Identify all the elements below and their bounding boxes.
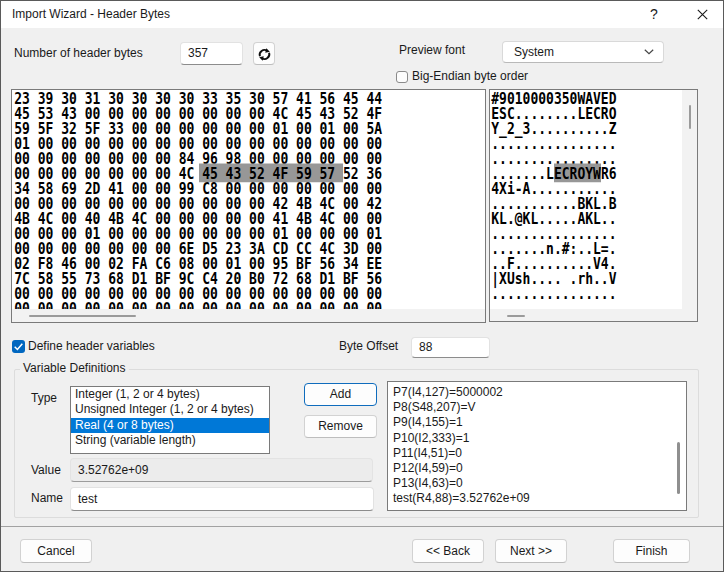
byte-offset-input[interactable]: 88: [411, 337, 490, 358]
ascii-preview-text[interactable]: #9010000350WAVEDESC........LECROY_2_3...…: [490, 91, 682, 310]
window-title: Import Wizard - Header Bytes: [12, 1, 170, 28]
byte-offset-label: Byte Offset: [339, 339, 398, 354]
titlebar: Import Wizard - Header Bytes ?: [1, 1, 723, 28]
ascii-vscrollbar-track[interactable]: [682, 90, 697, 321]
variables-listbox[interactable]: P7(I4,127)=5000002P8(S48,207)=VP9(I4,155…: [387, 381, 687, 511]
close-button[interactable]: [685, 1, 719, 28]
close-icon: [697, 9, 708, 23]
num-header-bytes-label: Number of header bytes: [14, 46, 143, 61]
help-button[interactable]: ?: [639, 1, 669, 28]
type-listbox[interactable]: Integer (1, 2 or 4 bytes)Unsigned Intege…: [70, 386, 270, 454]
variable-item[interactable]: test(R4,88)=3.52762e+09: [388, 491, 686, 506]
remove-button[interactable]: Remove: [304, 415, 377, 438]
variable-item[interactable]: P13(I4,63)=0: [388, 476, 686, 491]
variable-item[interactable]: P8(S48,207)=V: [388, 400, 686, 415]
variable-item[interactable]: P10(I2,333)=1: [388, 431, 686, 446]
hex-view-panel[interactable]: 23 39 30 31 30 30 30 30 33 35 30 57 41 5…: [11, 89, 486, 323]
cancel-button[interactable]: Cancel: [20, 539, 92, 563]
variable-item[interactable]: P12(I4,59)=0: [388, 461, 686, 476]
add-button[interactable]: Add: [304, 383, 377, 406]
preview-font-select[interactable]: System: [502, 41, 664, 63]
refresh-icon: [257, 51, 272, 65]
back-button[interactable]: << Back: [412, 539, 484, 563]
ascii-hscrollbar-track[interactable]: [490, 309, 682, 321]
variable-item[interactable]: P7(I4,127)=5000002: [388, 385, 686, 400]
variable-item[interactable]: P9(I4,155)=1: [388, 415, 686, 430]
next-button[interactable]: Next >>: [495, 539, 567, 563]
type-label: Type: [31, 391, 57, 406]
name-field[interactable]: test: [70, 487, 374, 511]
type-option[interactable]: Unsigned Integer (1, 2 or 4 bytes): [71, 402, 269, 417]
hex-hscrollbar-track[interactable]: [12, 309, 485, 322]
hex-hscrollbar-thumb[interactable]: [29, 315, 136, 317]
define-header-variables-label: Define header variables: [28, 339, 155, 354]
checkmark-icon: [12, 342, 25, 356]
big-endian-label: Big-Endian byte order: [412, 69, 528, 84]
ascii-hscrollbar-thumb[interactable]: [507, 315, 525, 317]
big-endian-checkbox[interactable]: [396, 71, 408, 83]
type-option[interactable]: String (variable length): [71, 433, 269, 448]
value-label: Value: [31, 463, 61, 478]
define-header-variables-checkbox[interactable]: [12, 340, 25, 353]
hex-bytes-text[interactable]: 23 39 30 31 30 30 30 30 33 35 30 57 41 5…: [12, 91, 485, 310]
num-header-bytes-input[interactable]: 357: [180, 42, 243, 65]
refresh-button[interactable]: [253, 42, 275, 65]
type-option[interactable]: Integer (1, 2 or 4 bytes): [71, 387, 269, 402]
finish-button[interactable]: Finish: [613, 539, 690, 563]
variables-vscrollbar-thumb[interactable]: [677, 442, 680, 494]
name-label: Name: [31, 491, 63, 506]
value-field[interactable]: 3.52762e+09: [70, 458, 373, 482]
import-wizard-dialog: Import Wizard - Header Bytes ? Number of…: [0, 0, 724, 572]
footer-separator: [1, 526, 724, 527]
preview-font-value: System: [514, 42, 554, 62]
variable-definitions-group-label: Variable Definitions: [20, 362, 129, 375]
ascii-view-panel[interactable]: #9010000350WAVEDESC........LECROY_2_3...…: [489, 89, 698, 322]
type-option[interactable]: Real (4 or 8 bytes): [71, 418, 269, 433]
ascii-vscrollbar-thumb[interactable]: [689, 105, 692, 129]
preview-font-label: Preview font: [399, 43, 465, 58]
variable-item[interactable]: P11(I4,51)=0: [388, 446, 686, 461]
